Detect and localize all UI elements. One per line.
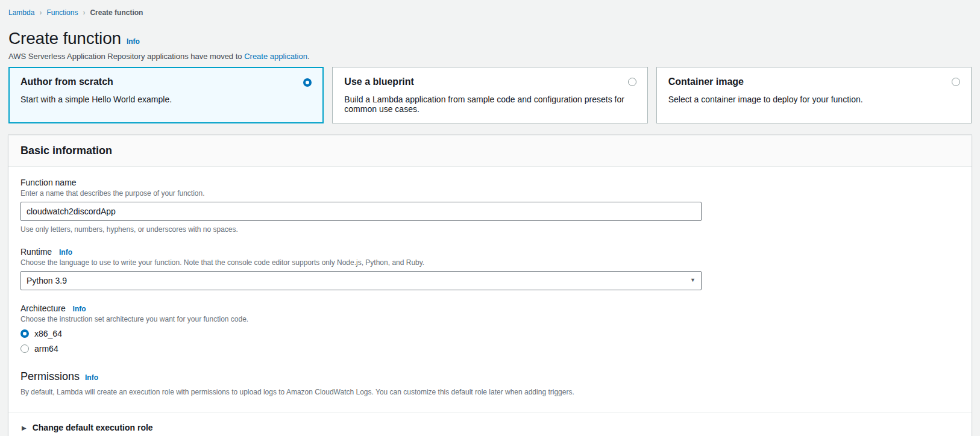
permissions-description: By default, Lambda will create an execut… <box>20 388 960 412</box>
card-title: Use a blueprint <box>344 76 635 87</box>
card-description: Select a container image to deploy for y… <box>668 95 960 104</box>
expander-collapsed-icon: ▶ <box>22 425 27 431</box>
create-function-page: Lambda › Functions › Create function Cre… <box>0 0 980 436</box>
radio-unselected-icon[interactable] <box>20 344 29 353</box>
breadcrumb-link-functions[interactable]: Functions <box>46 8 78 17</box>
architecture-info-link[interactable]: Info <box>73 305 86 313</box>
runtime-label: Runtime Info <box>20 247 960 257</box>
architecture-option-x86-64[interactable]: x86_64 <box>20 329 960 338</box>
expander-label: Change default execution role <box>33 423 153 432</box>
change-execution-role-expander[interactable]: ▶ Change default execution role <box>20 413 960 436</box>
radio-unselected-icon[interactable] <box>628 78 636 86</box>
breadcrumb-separator-icon: › <box>39 8 42 17</box>
runtime-info-link[interactable]: Info <box>59 248 72 257</box>
card-description: Build a Lambda application from sample c… <box>344 95 635 114</box>
architecture-option-arm64[interactable]: arm64 <box>20 344 960 353</box>
notice-suffix: . <box>307 52 310 61</box>
radio-unselected-icon[interactable] <box>952 78 960 86</box>
breadcrumb-current: Create function <box>90 8 143 17</box>
card-author-from-scratch[interactable]: Author from scratch Start with a simple … <box>8 67 324 123</box>
architecture-description: Choose the instruction set architecture … <box>20 315 960 323</box>
permissions-title: Permissions <box>20 370 80 383</box>
permissions-info-link[interactable]: Info <box>85 373 98 382</box>
basic-information-title: Basic information <box>20 145 960 157</box>
function-name-label: Function name <box>20 178 960 187</box>
card-title: Container image <box>668 76 960 87</box>
runtime-description: Choose the language to use to write your… <box>20 258 960 267</box>
card-description: Start with a simple Hello World example. <box>20 95 312 104</box>
breadcrumb: Lambda › Functions › Create function <box>8 0 972 17</box>
notice-text: AWS Serverless Application Repository ap… <box>8 52 242 61</box>
card-use-a-blueprint[interactable]: Use a blueprint Build a Lambda applicati… <box>332 67 647 123</box>
page-title: Create function <box>8 29 121 48</box>
create-application-link[interactable]: Create application <box>244 52 307 61</box>
card-container-image[interactable]: Container image Select a container image… <box>656 67 972 123</box>
radio-selected-icon[interactable] <box>20 329 29 338</box>
architecture-label: Architecture Info <box>20 304 960 313</box>
title-info-link[interactable]: Info <box>127 37 140 46</box>
runtime-select[interactable]: Python 3.9 <box>20 271 702 290</box>
basic-information-header: Basic information <box>8 135 972 167</box>
function-name-constraint: Use only letters, numbers, hyphens, or u… <box>20 225 960 234</box>
creation-option-cards: Author from scratch Start with a simple … <box>8 67 972 123</box>
architecture-label-text: Architecture <box>20 304 66 313</box>
runtime-label-text: Runtime <box>20 247 52 257</box>
breadcrumb-link-lambda[interactable]: Lambda <box>8 8 34 17</box>
runtime-selected-value: Python 3.9 <box>27 276 67 285</box>
radio-label: arm64 <box>34 344 58 353</box>
radio-label: x86_64 <box>34 329 62 338</box>
breadcrumb-separator-icon: › <box>83 8 85 17</box>
repository-notice: AWS Serverless Application Repository ap… <box>8 52 972 61</box>
basic-information-panel: Basic information Function name Enter a … <box>8 135 972 436</box>
function-name-description: Enter a name that describes the purpose … <box>20 189 960 198</box>
card-title: Author from scratch <box>20 76 312 87</box>
function-name-input[interactable] <box>20 202 702 221</box>
